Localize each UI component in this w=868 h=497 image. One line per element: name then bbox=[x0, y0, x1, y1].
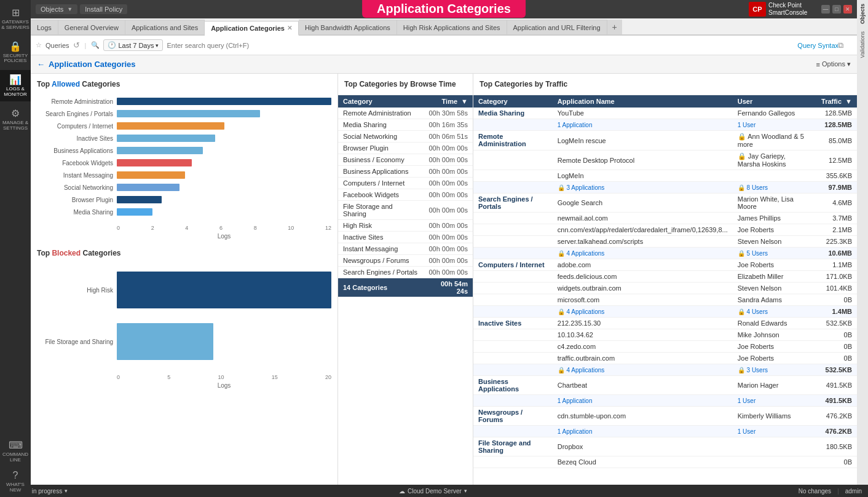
sidebar-item-logs[interactable]: 📊 LOGS &MONITOR bbox=[0, 70, 31, 101]
traffic-user: Joe Roberts bbox=[733, 224, 810, 236]
bar-container bbox=[117, 98, 331, 105]
sidebar-item-security[interactable]: 🔒 SECURITYPOLICIES bbox=[0, 37, 31, 68]
minimize-button[interactable]: — bbox=[821, 5, 830, 14]
traffic-row[interactable]: Inactive Sites 212.235.15.30 Ronald Edwa… bbox=[473, 318, 857, 329]
traffic-row[interactable]: 10.10.34.62 Mike Johnson 0B bbox=[473, 329, 857, 341]
allowed-highlight: Allowed bbox=[52, 80, 80, 88]
browse-row[interactable]: Computers / Internet00h 00m 00s bbox=[338, 178, 473, 189]
bar-fill bbox=[117, 110, 260, 117]
summary-empty bbox=[473, 248, 553, 259]
tab-apps-sites[interactable]: Applications and Sites bbox=[125, 20, 205, 34]
browse-row[interactable]: Search Engines / Portals00h 00m 00s bbox=[338, 267, 473, 278]
summary-empty bbox=[473, 182, 553, 194]
options-button[interactable]: ≡ Options ▾ bbox=[816, 60, 851, 68]
right-sidebar-validations[interactable]: Validations bbox=[859, 28, 866, 61]
traffic-col-traffic: Traffic ▼ bbox=[810, 95, 857, 108]
maximize-button[interactable]: □ bbox=[832, 5, 841, 14]
traffic-row[interactable]: cnn.com/ext/app/redalert/cdaredalert_ifr… bbox=[473, 224, 857, 236]
sidebar-item-whatsnew[interactable]: ? WHAT'SNEW bbox=[0, 466, 31, 497]
install-policy-btn[interactable]: Install Policy bbox=[80, 4, 127, 14]
summary-traffic: 491.5KB bbox=[810, 395, 857, 407]
sidebar-item-label-manage: MANAGE &SETTINGS bbox=[2, 120, 28, 131]
time-filter-dropdown[interactable]: 🕐 Last 7 Days ▾ bbox=[103, 39, 163, 51]
traffic-app: Chartbeat bbox=[553, 376, 733, 395]
traffic-row[interactable]: traffic.outbrain.com Joe Roberts 0B bbox=[473, 353, 857, 364]
traffic-category-empty bbox=[473, 341, 553, 353]
browse-row[interactable]: Inactive Sites00h 00m 00s bbox=[338, 232, 473, 243]
sidebar-item-cmdline[interactable]: ⌨ COMMANDLINE bbox=[0, 436, 31, 467]
copy-icon[interactable]: ⧉ bbox=[838, 41, 843, 50]
browse-row[interactable]: Instant Messaging00h 00m 00s bbox=[338, 243, 473, 255]
traffic-row[interactable]: File Storage and Sharing Dropbox 180.5KB bbox=[473, 437, 857, 456]
traffic-category: Remote Administration bbox=[473, 131, 553, 151]
refresh-button[interactable]: ↺ bbox=[73, 41, 80, 50]
traffic-row[interactable]: feeds.delicious.com Elizabeth Miller 171… bbox=[473, 271, 857, 283]
traffic-value: 355.6KB bbox=[810, 170, 857, 182]
traffic-row[interactable]: Search Engines / Portals Google Search M… bbox=[473, 194, 857, 213]
tab-logs[interactable]: Logs bbox=[31, 20, 58, 34]
traffic-row[interactable]: newmail.aol.com James Phillips 3.7MB bbox=[473, 213, 857, 224]
traffic-row[interactable]: Remote Administration LogMeIn rescue 🔒 A… bbox=[473, 131, 857, 151]
install-policy-label: Install Policy bbox=[85, 6, 122, 13]
traffic-user: James Phillips bbox=[733, 213, 810, 224]
traffic-row[interactable]: server.talkahead.com/scripts Steven Nels… bbox=[473, 236, 857, 248]
tab-add-button[interactable]: + bbox=[607, 20, 622, 34]
allowed-bar-row: Facebook Widgets bbox=[37, 158, 331, 168]
back-button[interactable]: ← bbox=[37, 60, 45, 69]
app-title-text: Application Categories bbox=[362, 0, 526, 18]
traffic-category-empty bbox=[473, 236, 553, 248]
traffic-row[interactable]: widgets.outbrain.com Steven Nelson 101.4… bbox=[473, 283, 857, 294]
search-input[interactable] bbox=[167, 42, 852, 49]
favorites-icon[interactable]: ☆ bbox=[36, 41, 42, 49]
sidebar-item-manage[interactable]: ⚙ MANAGE &SETTINGS bbox=[0, 104, 31, 135]
traffic-value: 0B bbox=[810, 353, 857, 364]
traffic-row[interactable]: microsoft.com Sandra Adams 0B bbox=[473, 294, 857, 306]
tab-high-risk[interactable]: High Risk Applications and Sites bbox=[397, 20, 507, 34]
browse-row[interactable]: Media Sharing00h 16m 35s bbox=[338, 119, 473, 131]
browse-row[interactable]: Business Applications00h 00m 00s bbox=[338, 166, 473, 178]
summary-users: 🔒 5 Users bbox=[733, 248, 810, 259]
browse-total-row: 14 Categories00h 54m 24s bbox=[338, 278, 473, 297]
time-filter-label: Last 7 Days bbox=[118, 42, 154, 49]
browse-row[interactable]: Browser Plugin00h 00m 00s bbox=[338, 143, 473, 154]
traffic-row[interactable]: Bezeq Cloud 0B bbox=[473, 456, 857, 468]
browse-row[interactable]: Newsgroups / Forums00h 00m 00s bbox=[338, 255, 473, 267]
tab-app-categories[interactable]: Application Categories ✕ bbox=[205, 21, 299, 36]
traffic-row[interactable]: Computers / Internet adobe.com Joe Rober… bbox=[473, 259, 857, 271]
close-button[interactable]: ✕ bbox=[843, 5, 852, 14]
tab-close-app-categories[interactable]: ✕ bbox=[287, 25, 292, 31]
statusbar: No tasks in progress ▾ ☁ Cloud Demo Serv… bbox=[0, 485, 868, 497]
browse-row[interactable]: Business / Economy00h 00m 00s bbox=[338, 154, 473, 166]
browse-row[interactable]: High Risk00h 00m 00s bbox=[338, 220, 473, 232]
tab-high-bw[interactable]: High Bandwidth Applications bbox=[299, 20, 397, 34]
traffic-row[interactable]: LogMeIn 355.6KB bbox=[473, 170, 857, 182]
sidebar-item-gateways[interactable]: ⊞ GATEWAYS& SERVERS bbox=[0, 3, 31, 34]
browse-time: 00h 00m 00s bbox=[423, 243, 473, 255]
allowed-bar-row: Search Engines / Portals bbox=[37, 109, 331, 119]
bar-label: Facebook Widgets bbox=[37, 160, 117, 166]
summary-empty bbox=[473, 306, 553, 318]
browse-time: 00h 00m 00s bbox=[423, 201, 473, 220]
traffic-row[interactable]: Media Sharing YouTube Fernando Gallegos … bbox=[473, 108, 857, 119]
top-allowed-title: Top Allowed Categories bbox=[37, 80, 331, 88]
bar-label: Computers / Internet bbox=[37, 123, 117, 130]
traffic-row[interactable]: Business Applications Chartbeat Marion H… bbox=[473, 376, 857, 395]
right-sidebar-objects[interactable]: Objects bbox=[859, 0, 866, 28]
objects-menu[interactable]: Objects ▼ bbox=[36, 4, 77, 14]
browse-row[interactable]: Facebook Widgets00h 00m 00s bbox=[338, 189, 473, 201]
browse-row[interactable]: Social Networking00h 06m 51s bbox=[338, 131, 473, 143]
traffic-row[interactable]: Newsgroups / Forums cdn.stumble-upon.com… bbox=[473, 407, 857, 426]
traffic-category: Media Sharing bbox=[473, 108, 553, 119]
query-syntax-link[interactable]: Query Syntax bbox=[797, 42, 838, 49]
traffic-user: Marion White, Lisa Moore bbox=[733, 194, 810, 213]
traffic-app: LogMeIn rescue bbox=[553, 131, 733, 151]
traffic-row[interactable]: Remote Desktop Protocol 🔒 Jay Gariepy, M… bbox=[473, 151, 857, 170]
browse-category: Business Applications bbox=[338, 166, 423, 178]
browse-row[interactable]: Remote Administration00h 30m 58s bbox=[338, 108, 473, 119]
queries-label[interactable]: Queries bbox=[45, 42, 69, 49]
browse-row[interactable]: File Storage and Sharing00h 00m 00s bbox=[338, 201, 473, 220]
bar-label: Media Sharing bbox=[37, 209, 117, 216]
tab-url-filter[interactable]: Application and URL Filtering bbox=[507, 20, 607, 34]
tab-general[interactable]: General Overview bbox=[58, 20, 125, 34]
traffic-row[interactable]: c4.zedo.com Joe Roberts 0B bbox=[473, 341, 857, 353]
